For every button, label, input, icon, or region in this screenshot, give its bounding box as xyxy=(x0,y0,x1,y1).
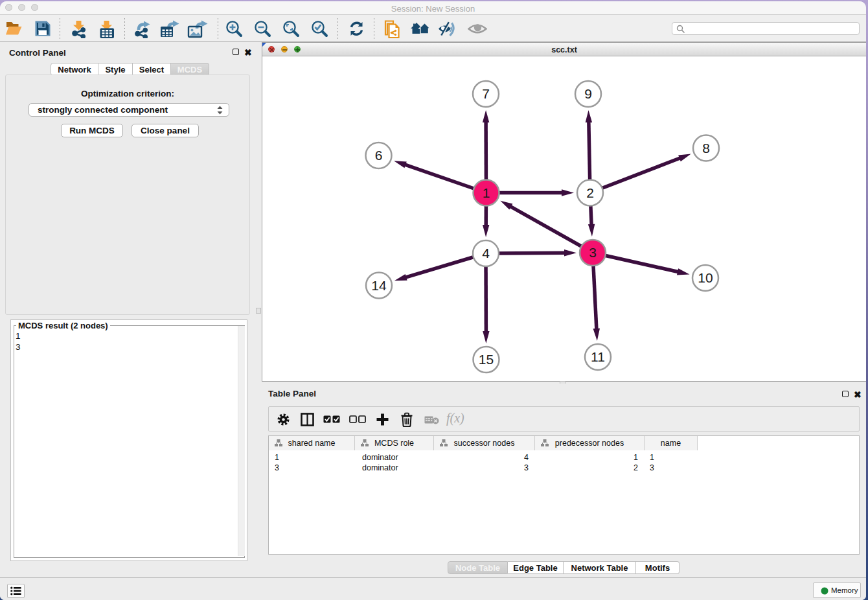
svg-text:9: 9 xyxy=(584,86,592,101)
svg-text:6: 6 xyxy=(375,148,383,163)
svg-text:4: 4 xyxy=(482,246,490,260)
svg-text:1: 1 xyxy=(483,185,490,200)
svg-text:8: 8 xyxy=(702,141,710,156)
svg-text:7: 7 xyxy=(482,86,490,101)
svg-text:14: 14 xyxy=(371,278,387,293)
svg-text:2: 2 xyxy=(586,185,594,200)
svg-text:15: 15 xyxy=(479,352,494,367)
svg-text:10: 10 xyxy=(698,270,713,285)
svg-text:3: 3 xyxy=(589,245,597,260)
svg-text:11: 11 xyxy=(591,349,605,364)
